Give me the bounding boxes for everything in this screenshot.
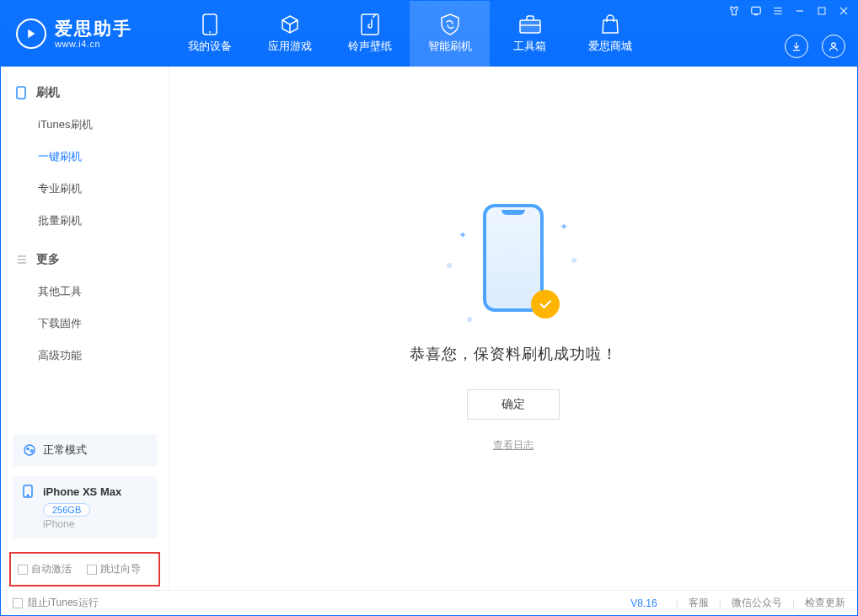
- svg-point-12: [27, 495, 29, 496]
- success-message: 恭喜您，保资料刷机成功啦！: [410, 344, 618, 364]
- svg-point-10: [30, 450, 33, 453]
- top-nav: 我的设备 应用游戏 铃声壁纸 智能刷机 工具箱 爱思商城: [169, 1, 650, 67]
- checkbox-auto-activate[interactable]: 自动激活: [18, 562, 72, 576]
- sidebar: 刷机 iTunes刷机 一键刷机 专业刷机 批量刷机 更多 其他工具 下载固件 …: [1, 67, 169, 590]
- device-card[interactable]: iPhone XS Max 256GB iPhone: [13, 476, 157, 538]
- svg-rect-4: [752, 7, 761, 13]
- feedback-button[interactable]: [749, 4, 763, 18]
- check-icon: [531, 290, 560, 319]
- footer-link-update[interactable]: 检查更新: [805, 596, 845, 610]
- view-log-link[interactable]: 查看日志: [493, 439, 534, 451]
- checkbox-skip-guide[interactable]: 跳过向导: [87, 562, 141, 576]
- device-capacity: 256GB: [43, 503, 90, 517]
- device-phone-icon: [23, 485, 36, 498]
- sidebar-item-download-firmware[interactable]: 下载固件: [16, 308, 153, 340]
- svg-point-1: [209, 31, 211, 33]
- body: 刷机 iTunes刷机 一键刷机 专业刷机 批量刷机 更多 其他工具 下载固件 …: [1, 67, 857, 590]
- nav-my-device[interactable]: 我的设备: [169, 1, 249, 67]
- sidebar-item-itunes-flash[interactable]: iTunes刷机: [16, 109, 153, 141]
- svg-rect-5: [818, 8, 825, 14]
- sidebar-item-pro-flash[interactable]: 专业刷机: [16, 173, 153, 205]
- app-window: 爱思助手 www.i4.cn 我的设备 应用游戏 铃声壁纸 智能刷机: [0, 0, 858, 616]
- checkbox-icon: [13, 598, 23, 608]
- sidebar-item-advanced[interactable]: 高级功能: [16, 340, 153, 372]
- close-button[interactable]: [837, 4, 850, 18]
- ok-button[interactable]: 确定: [467, 389, 560, 420]
- account-button[interactable]: [822, 35, 845, 58]
- sidebar-item-oneclick-flash[interactable]: 一键刷机: [16, 141, 153, 173]
- svg-rect-3: [520, 20, 540, 33]
- download-button[interactable]: [785, 35, 808, 58]
- success-panel: ✦✦ 恭喜您，保资料刷机成功啦！ 确定 查看日志: [410, 204, 618, 453]
- sidebar-section-flash: 刷机: [16, 85, 153, 100]
- nav-store[interactable]: 爱思商城: [570, 1, 650, 67]
- svg-point-6: [832, 43, 836, 47]
- header-actions: [785, 35, 845, 58]
- sidebar-section-more: 更多: [16, 252, 153, 267]
- device-name: iPhone XS Max: [43, 485, 121, 498]
- footer-link-support[interactable]: 客服: [689, 596, 709, 610]
- nav-toolbox[interactable]: 工具箱: [490, 1, 570, 67]
- mode-label: 正常模式: [43, 442, 87, 458]
- logo-icon: [16, 19, 46, 49]
- checkbox-block-itunes[interactable]: 阻止iTunes运行: [13, 596, 99, 610]
- sidebar-item-other-tools[interactable]: 其他工具: [16, 276, 153, 308]
- bag-icon: [599, 13, 621, 35]
- nav-apps[interactable]: 应用游戏: [249, 1, 330, 67]
- logo-area: 爱思助手 www.i4.cn: [1, 1, 169, 67]
- app-subtitle: www.i4.cn: [55, 39, 132, 49]
- cube-icon: [279, 13, 301, 35]
- checkbox-icon: [18, 565, 28, 575]
- header: 爱思助手 www.i4.cn 我的设备 应用游戏 铃声壁纸 智能刷机: [1, 1, 857, 67]
- version-label: V8.16: [630, 597, 657, 609]
- app-title: 爱思助手: [55, 19, 132, 38]
- device-icon: [199, 13, 221, 35]
- svg-point-9: [27, 448, 29, 450]
- maximize-button[interactable]: [815, 4, 829, 18]
- minimize-button[interactable]: [793, 4, 807, 18]
- skin-button[interactable]: [727, 4, 741, 18]
- checkbox-icon: [87, 565, 97, 575]
- mode-card[interactable]: 正常模式: [13, 434, 157, 466]
- list-icon: [16, 254, 28, 265]
- options-highlight: 自动激活 跳过向导: [9, 552, 160, 587]
- phone-icon: [16, 87, 28, 99]
- shield-refresh-icon: [439, 13, 461, 35]
- nav-flash[interactable]: 智能刷机: [410, 1, 490, 67]
- mode-icon: [23, 443, 36, 457]
- svg-point-8: [24, 445, 35, 455]
- nav-ringtones[interactable]: 铃声壁纸: [330, 1, 410, 67]
- footer-link-wechat[interactable]: 微信公众号: [732, 596, 782, 610]
- sidebar-item-batch-flash[interactable]: 批量刷机: [16, 205, 153, 237]
- svg-rect-7: [17, 87, 25, 99]
- success-illustration: ✦✦: [442, 204, 585, 322]
- window-controls: [727, 4, 850, 18]
- menu-button[interactable]: [771, 4, 785, 18]
- main-content: ✦✦ 恭喜您，保资料刷机成功啦！ 确定 查看日志: [169, 67, 857, 590]
- toolbox-icon: [519, 13, 541, 35]
- music-file-icon: [359, 13, 381, 35]
- device-type: iPhone: [43, 518, 147, 530]
- footer: 阻止iTunes运行 V8.16 | 客服 | 微信公众号 | 检查更新: [1, 590, 857, 615]
